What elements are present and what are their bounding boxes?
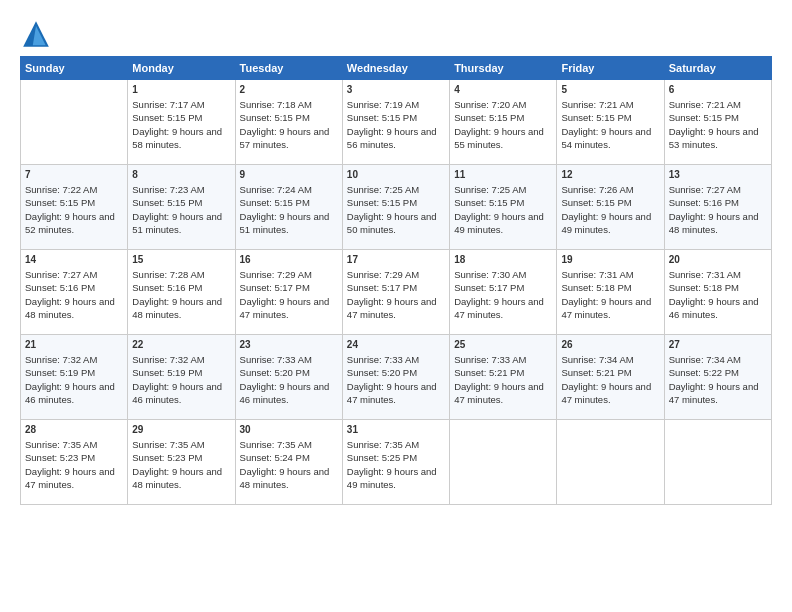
day-number: 3 (347, 83, 445, 97)
calendar-day-header: Tuesday (235, 57, 342, 80)
daylight-text: Daylight: 9 hours and 53 minutes. (669, 126, 759, 150)
sunset-text: Sunset: 5:18 PM (561, 282, 631, 293)
daylight-text: Daylight: 9 hours and 46 minutes. (25, 381, 115, 405)
daylight-text: Daylight: 9 hours and 50 minutes. (347, 211, 437, 235)
sunrise-text: Sunrise: 7:32 AM (132, 354, 204, 365)
calendar-cell (557, 420, 664, 505)
calendar-cell: 22Sunrise: 7:32 AMSunset: 5:19 PMDayligh… (128, 335, 235, 420)
calendar-cell: 1Sunrise: 7:17 AMSunset: 5:15 PMDaylight… (128, 80, 235, 165)
day-number: 31 (347, 423, 445, 437)
calendar-cell: 16Sunrise: 7:29 AMSunset: 5:17 PMDayligh… (235, 250, 342, 335)
sunset-text: Sunset: 5:15 PM (561, 112, 631, 123)
calendar-cell: 20Sunrise: 7:31 AMSunset: 5:18 PMDayligh… (664, 250, 771, 335)
day-number: 16 (240, 253, 338, 267)
daylight-text: Daylight: 9 hours and 47 minutes. (669, 381, 759, 405)
calendar-cell: 29Sunrise: 7:35 AMSunset: 5:23 PMDayligh… (128, 420, 235, 505)
daylight-text: Daylight: 9 hours and 48 minutes. (132, 466, 222, 490)
day-number: 13 (669, 168, 767, 182)
sunrise-text: Sunrise: 7:35 AM (25, 439, 97, 450)
sunset-text: Sunset: 5:15 PM (132, 197, 202, 208)
daylight-text: Daylight: 9 hours and 58 minutes. (132, 126, 222, 150)
sunrise-text: Sunrise: 7:19 AM (347, 99, 419, 110)
day-number: 25 (454, 338, 552, 352)
calendar-cell: 31Sunrise: 7:35 AMSunset: 5:25 PMDayligh… (342, 420, 449, 505)
calendar-cell: 21Sunrise: 7:32 AMSunset: 5:19 PMDayligh… (21, 335, 128, 420)
daylight-text: Daylight: 9 hours and 51 minutes. (132, 211, 222, 235)
sunset-text: Sunset: 5:24 PM (240, 452, 310, 463)
calendar-cell: 11Sunrise: 7:25 AMSunset: 5:15 PMDayligh… (450, 165, 557, 250)
daylight-text: Daylight: 9 hours and 47 minutes. (347, 381, 437, 405)
sunset-text: Sunset: 5:22 PM (669, 367, 739, 378)
calendar-cell: 19Sunrise: 7:31 AMSunset: 5:18 PMDayligh… (557, 250, 664, 335)
page: SundayMondayTuesdayWednesdayThursdayFrid… (0, 0, 792, 612)
daylight-text: Daylight: 9 hours and 49 minutes. (561, 211, 651, 235)
calendar-cell: 7Sunrise: 7:22 AMSunset: 5:15 PMDaylight… (21, 165, 128, 250)
sunset-text: Sunset: 5:18 PM (669, 282, 739, 293)
calendar-week-row: 7Sunrise: 7:22 AMSunset: 5:15 PMDaylight… (21, 165, 772, 250)
calendar-cell (21, 80, 128, 165)
sunrise-text: Sunrise: 7:31 AM (669, 269, 741, 280)
calendar-day-header: Wednesday (342, 57, 449, 80)
calendar-cell: 4Sunrise: 7:20 AMSunset: 5:15 PMDaylight… (450, 80, 557, 165)
sunset-text: Sunset: 5:19 PM (132, 367, 202, 378)
sunset-text: Sunset: 5:17 PM (240, 282, 310, 293)
sunrise-text: Sunrise: 7:25 AM (347, 184, 419, 195)
sunset-text: Sunset: 5:19 PM (25, 367, 95, 378)
sunrise-text: Sunrise: 7:35 AM (132, 439, 204, 450)
day-number: 22 (132, 338, 230, 352)
day-number: 15 (132, 253, 230, 267)
day-number: 8 (132, 168, 230, 182)
calendar-cell: 27Sunrise: 7:34 AMSunset: 5:22 PMDayligh… (664, 335, 771, 420)
sunrise-text: Sunrise: 7:35 AM (347, 439, 419, 450)
calendar-day-header: Thursday (450, 57, 557, 80)
day-number: 28 (25, 423, 123, 437)
day-number: 17 (347, 253, 445, 267)
sunset-text: Sunset: 5:20 PM (240, 367, 310, 378)
daylight-text: Daylight: 9 hours and 57 minutes. (240, 126, 330, 150)
calendar-cell: 6Sunrise: 7:21 AMSunset: 5:15 PMDaylight… (664, 80, 771, 165)
sunset-text: Sunset: 5:15 PM (454, 197, 524, 208)
daylight-text: Daylight: 9 hours and 48 minutes. (669, 211, 759, 235)
day-number: 19 (561, 253, 659, 267)
sunrise-text: Sunrise: 7:30 AM (454, 269, 526, 280)
sunrise-text: Sunrise: 7:21 AM (561, 99, 633, 110)
day-number: 5 (561, 83, 659, 97)
daylight-text: Daylight: 9 hours and 47 minutes. (347, 296, 437, 320)
calendar-cell: 18Sunrise: 7:30 AMSunset: 5:17 PMDayligh… (450, 250, 557, 335)
sunrise-text: Sunrise: 7:35 AM (240, 439, 312, 450)
sunrise-text: Sunrise: 7:33 AM (454, 354, 526, 365)
calendar-cell: 8Sunrise: 7:23 AMSunset: 5:15 PMDaylight… (128, 165, 235, 250)
sunrise-text: Sunrise: 7:27 AM (25, 269, 97, 280)
sunrise-text: Sunrise: 7:18 AM (240, 99, 312, 110)
sunrise-text: Sunrise: 7:33 AM (240, 354, 312, 365)
day-number: 11 (454, 168, 552, 182)
calendar-cell: 28Sunrise: 7:35 AMSunset: 5:23 PMDayligh… (21, 420, 128, 505)
calendar-cell: 9Sunrise: 7:24 AMSunset: 5:15 PMDaylight… (235, 165, 342, 250)
sunset-text: Sunset: 5:21 PM (561, 367, 631, 378)
calendar-table: SundayMondayTuesdayWednesdayThursdayFrid… (20, 56, 772, 505)
logo (20, 18, 56, 50)
sunrise-text: Sunrise: 7:23 AM (132, 184, 204, 195)
sunset-text: Sunset: 5:25 PM (347, 452, 417, 463)
sunset-text: Sunset: 5:15 PM (240, 197, 310, 208)
daylight-text: Daylight: 9 hours and 46 minutes. (669, 296, 759, 320)
day-number: 6 (669, 83, 767, 97)
sunrise-text: Sunrise: 7:34 AM (561, 354, 633, 365)
sunrise-text: Sunrise: 7:25 AM (454, 184, 526, 195)
day-number: 14 (25, 253, 123, 267)
sunset-text: Sunset: 5:15 PM (25, 197, 95, 208)
sunset-text: Sunset: 5:15 PM (669, 112, 739, 123)
sunset-text: Sunset: 5:15 PM (240, 112, 310, 123)
sunrise-text: Sunrise: 7:29 AM (240, 269, 312, 280)
sunrise-text: Sunrise: 7:22 AM (25, 184, 97, 195)
sunset-text: Sunset: 5:16 PM (132, 282, 202, 293)
sunrise-text: Sunrise: 7:31 AM (561, 269, 633, 280)
sunset-text: Sunset: 5:20 PM (347, 367, 417, 378)
calendar-cell: 23Sunrise: 7:33 AMSunset: 5:20 PMDayligh… (235, 335, 342, 420)
calendar-cell: 25Sunrise: 7:33 AMSunset: 5:21 PMDayligh… (450, 335, 557, 420)
sunset-text: Sunset: 5:15 PM (132, 112, 202, 123)
daylight-text: Daylight: 9 hours and 48 minutes. (25, 296, 115, 320)
calendar-cell: 13Sunrise: 7:27 AMSunset: 5:16 PMDayligh… (664, 165, 771, 250)
daylight-text: Daylight: 9 hours and 52 minutes. (25, 211, 115, 235)
calendar-week-row: 28Sunrise: 7:35 AMSunset: 5:23 PMDayligh… (21, 420, 772, 505)
